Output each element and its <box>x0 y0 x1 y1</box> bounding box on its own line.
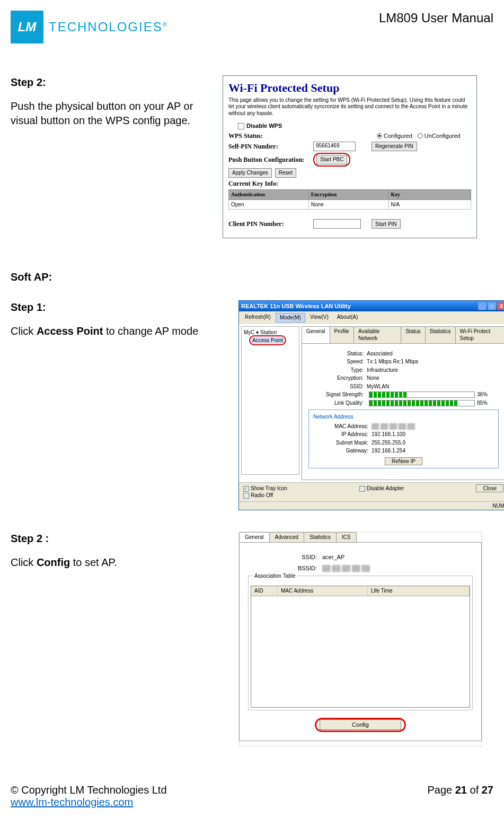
cfg-bssid-label: BSSID: <box>248 564 322 572</box>
config-bold: Config <box>37 556 70 568</box>
client-pin-input[interactable] <box>313 219 361 229</box>
access-point-bold: Access Point <box>37 325 103 337</box>
config-button[interactable]: Config <box>320 719 401 730</box>
key-info-table: Authentication Encryption Key Open None … <box>228 189 471 210</box>
window-title: REALTEK 11n USB Wireless LAN Utility <box>241 302 351 310</box>
softap-step1-heading: Step 1: <box>11 300 228 315</box>
type-label: Type: <box>308 367 367 374</box>
regenerate-pin-button[interactable]: Regenerate PIN <box>372 142 417 151</box>
reset-button[interactable]: Reset <box>275 168 296 178</box>
copyright: © Copyright LM Technologies Ltd <box>11 784 167 796</box>
website-link[interactable]: www.lm-technologies.com <box>11 796 133 808</box>
mask-label: Subnet Mask: <box>313 439 372 447</box>
disable-adapter-checkbox[interactable] <box>359 486 365 492</box>
signal-pct: 36% <box>477 391 488 398</box>
cfg-tab-ics[interactable]: ICS <box>336 532 357 542</box>
cfg-tab-statistics[interactable]: Statistics <box>304 532 337 542</box>
page-number: Page 21 of 27 <box>427 784 493 808</box>
ip-label: IP Address: <box>313 431 372 438</box>
menu-mode[interactable]: Mode(M) <box>276 313 305 323</box>
step2-heading: Step 2: <box>11 75 212 90</box>
close-icon[interactable]: X <box>497 302 504 310</box>
menu-about[interactable]: About(A) <box>333 313 361 323</box>
unconfigured-label: UnConfigured <box>425 132 461 140</box>
td-encryption: None <box>308 199 388 210</box>
self-pin-label: Self-PIN Number: <box>228 142 313 151</box>
key-info-label: Current Key Info: <box>228 179 313 188</box>
ip-value: 192.168.1.100 <box>372 431 405 438</box>
renew-ip-button[interactable]: ReNew IP <box>385 457 422 465</box>
logo-text: TECHNOLOGIES® <box>49 20 168 34</box>
configured-label: Configured <box>384 132 412 140</box>
link-label: Link Quality: <box>308 399 367 407</box>
td-key: N/A <box>388 199 471 210</box>
start-pbc-button[interactable]: Start PBC <box>316 155 347 164</box>
status-label: Status: <box>308 350 367 358</box>
network-address-group: Network Address MAC Address:██:██:██:██:… <box>308 410 499 468</box>
signal-label: Signal Strength: <box>308 391 367 398</box>
td-authentication: Open <box>229 199 309 210</box>
text-fragment: Click <box>11 556 37 568</box>
tab-general[interactable]: General <box>302 326 330 343</box>
type-value: Infrastructure <box>367 367 398 374</box>
cfg-tab-general[interactable]: General <box>239 532 270 542</box>
start-pbc-highlight: Start PBC <box>313 153 350 167</box>
association-table-group: Association Table AID MAC Address Life T… <box>248 576 473 711</box>
page-total: 27 <box>482 784 493 796</box>
registered-mark: ® <box>163 21 168 28</box>
client-pin-label: Client PIN Number: <box>228 220 313 228</box>
gateway-value: 192.168.1.254 <box>372 447 405 455</box>
document-title: LM809 User Manual <box>379 11 493 25</box>
col-aid: AID <box>251 586 278 596</box>
apply-changes-button[interactable]: Apply Changes <box>228 168 272 178</box>
cfg-ssid-value: acer_AP <box>322 553 344 561</box>
ssid-label: SSID: <box>308 383 367 390</box>
configured-radio[interactable] <box>377 133 382 138</box>
tab-bar: General Profile Available Network Status… <box>302 326 504 343</box>
maximize-icon[interactable]: □ <box>488 302 496 310</box>
disable-wps-label: Disable WPS <box>246 122 282 130</box>
th-authentication: Authentication <box>229 190 309 200</box>
start-pin-button[interactable]: Start PIN <box>372 219 401 229</box>
association-table: AID MAC Address Life Time <box>251 586 470 708</box>
menu-view[interactable]: View(V) <box>306 313 332 323</box>
text-fragment: to change AP mode <box>103 325 199 337</box>
cfg-tab-advanced[interactable]: Advanced <box>269 532 304 542</box>
wps-description: This page allows you to change the setti… <box>228 97 471 117</box>
tab-available-network[interactable]: Available Network <box>353 326 401 343</box>
tab-profile[interactable]: Profile <box>330 326 354 343</box>
softap-step2-text: Click Config to set AP. <box>11 555 228 570</box>
logo-mark: LM <box>11 11 43 43</box>
status-value: Associated <box>367 350 393 358</box>
mac-value: ██:██:██:██:██ <box>372 423 415 430</box>
disable-adapter-label: Disable Adapter <box>367 485 404 491</box>
access-point-menu-item[interactable]: Access Point <box>249 335 286 346</box>
tray-checkbox[interactable] <box>243 486 249 492</box>
association-table-title: Association Table <box>253 572 297 580</box>
text-fragment: to set AP. <box>70 556 117 568</box>
config-button-highlight: Config <box>315 718 406 732</box>
speed-value: Tx:1 Mbps Rx:1 Mbps <box>367 358 418 366</box>
menu-refresh[interactable]: Refresh(R) <box>241 313 275 323</box>
radio-off-label: Radio Off <box>251 492 273 498</box>
mask-value: 255.255.255.0 <box>372 439 405 447</box>
tab-status[interactable]: Status <box>401 326 425 343</box>
disable-wps-checkbox[interactable] <box>238 123 244 129</box>
radio-off-checkbox[interactable] <box>243 493 249 499</box>
wps-status-label: WPS Status: <box>228 132 313 140</box>
network-address-title: Network Address <box>313 413 494 421</box>
signal-bar <box>369 391 475 398</box>
close-button[interactable]: Close <box>476 484 503 492</box>
mac-label: MAC Address: <box>313 423 372 430</box>
th-encryption: Encryption <box>308 190 388 200</box>
unconfigured-radio[interactable] <box>418 133 423 138</box>
tab-statistics[interactable]: Statistics <box>425 326 456 343</box>
statusbar: NUM <box>239 501 504 510</box>
softap-step2-heading: Step 2 : <box>11 532 228 546</box>
tab-wifi-protect[interactable]: Wi-Fi Protect Setup <box>455 326 504 343</box>
general-tab-content: Status:Associated Speed:Tx:1 Mbps Rx:1 M… <box>302 343 504 480</box>
minimize-icon[interactable]: _ <box>478 302 487 310</box>
logo-wordmark: TECHNOLOGIES <box>49 20 163 34</box>
step2-text: Push the physical button on your AP or v… <box>11 99 212 128</box>
logo: LM TECHNOLOGIES® <box>11 11 168 43</box>
